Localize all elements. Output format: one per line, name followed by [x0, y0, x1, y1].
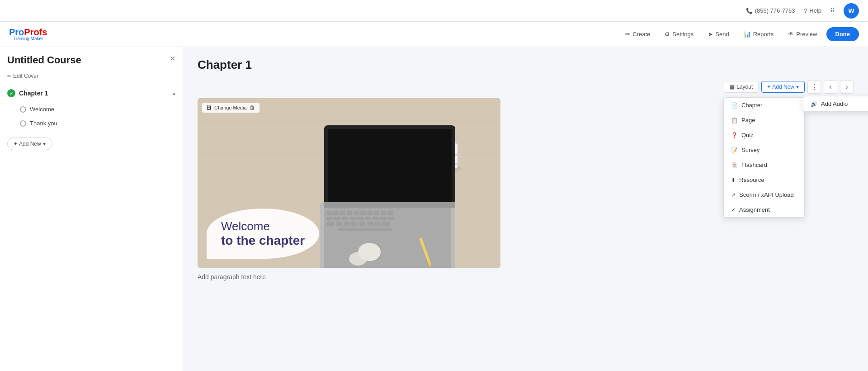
close-icon[interactable] [170, 54, 175, 63]
trash-icon[interactable] [250, 105, 255, 111]
svg-rect-29 [326, 222, 335, 226]
sidebar: Untitled Course Edit Cover Chapter 1 Wel… [0, 47, 183, 371]
grid-item[interactable] [830, 7, 835, 14]
send-icon [708, 31, 713, 38]
add-new-dropdown-wrapper: Add New Chapter Add Audio [761, 81, 805, 93]
done-button[interactable]: Done [826, 27, 859, 41]
preview-link[interactable]: Preview [783, 28, 822, 40]
dropdown-item-flashcard[interactable]: Flashcard [724, 157, 804, 172]
layout-icon [730, 84, 735, 90]
welcome-line1: Welcome [221, 219, 305, 233]
dropdown-item-scorm[interactable]: Scorm / xAPI Upload [724, 187, 804, 202]
chart-icon [744, 31, 751, 38]
chevron-up-icon[interactable] [173, 90, 175, 96]
change-media-button[interactable]: Change Media [202, 103, 259, 113]
logo[interactable]: ProProfs Training Maker [9, 28, 47, 41]
flashcard-dropdown-icon [731, 162, 738, 168]
svg-rect-15 [360, 211, 366, 215]
svg-rect-9 [324, 207, 451, 268]
svg-rect-32 [351, 222, 358, 226]
svg-rect-20 [326, 217, 333, 220]
svg-rect-19 [387, 211, 393, 215]
send-link[interactable]: Send [703, 28, 734, 40]
svg-rect-24 [357, 217, 363, 220]
dropdown-item-assignment[interactable]: Assignment [724, 202, 804, 217]
svg-rect-17 [374, 211, 379, 215]
welcome-line2: to the chapter [221, 233, 305, 248]
svg-rect-23 [349, 217, 356, 220]
settings-link[interactable]: Settings [659, 28, 699, 40]
scorm-dropdown-icon [731, 191, 736, 198]
edit-cover-icon [7, 73, 11, 79]
help-item[interactable]: Help [804, 7, 821, 14]
page-dropdown-icon [731, 117, 738, 124]
plus-icon [14, 141, 17, 147]
add-new-button[interactable]: Add New [761, 81, 805, 93]
settings-icon [665, 31, 670, 38]
phone-number: (855) 776-7763 [755, 7, 795, 14]
dropdown-item-survey[interactable]: Survey [724, 143, 804, 157]
content-area: Chapter 1 Layout Add New Chapter [183, 47, 868, 371]
svg-rect-22 [342, 217, 348, 220]
svg-rect-14 [354, 211, 359, 215]
svg-rect-21 [334, 217, 340, 220]
svg-rect-13 [347, 211, 352, 215]
svg-rect-10 [326, 211, 332, 215]
svg-rect-18 [381, 211, 386, 215]
prev-button[interactable] [824, 80, 837, 94]
pencil-icon [625, 31, 630, 38]
svg-rect-37 [338, 228, 392, 231]
content-toolbar: Layout Add New Chapter [198, 80, 854, 94]
dropdown-item-chapter[interactable]: Chapter Add Audio [724, 98, 804, 113]
logo-sub: Training Maker [9, 37, 47, 41]
svg-rect-25 [365, 217, 371, 220]
edit-cover-link[interactable]: Edit Cover [0, 70, 183, 85]
logo-profs: Profs [24, 27, 47, 37]
chapter-check-icon [7, 89, 15, 97]
prev-icon [829, 83, 831, 91]
reports-link[interactable]: Reports [738, 28, 779, 40]
next-button[interactable] [840, 80, 854, 94]
phone-item[interactable]: (855) 776-7763 [746, 7, 795, 14]
svg-rect-34 [367, 222, 373, 226]
dropdown-item-quiz[interactable]: Quiz [724, 128, 804, 143]
dropdown-item-page[interactable]: Page [724, 113, 804, 128]
list-item[interactable]: Thank you [0, 116, 183, 130]
radio-welcome [20, 106, 26, 113]
svg-rect-35 [374, 222, 381, 226]
svg-rect-26 [373, 217, 379, 220]
survey-dropdown-icon [731, 147, 738, 153]
more-options-button[interactable] [807, 80, 821, 94]
page-welcome-label: Welcome [30, 106, 54, 113]
chapter-heading: Chapter 1 [198, 58, 854, 72]
add-new-plus-icon [767, 84, 770, 90]
svg-rect-27 [380, 217, 387, 220]
sidebar-add-new-button[interactable]: Add New [7, 138, 52, 150]
layout-button[interactable]: Layout [724, 81, 759, 93]
submenu-item-add-audio[interactable]: Add Audio [803, 96, 868, 111]
chapter-label: Chapter 1 [19, 90, 48, 97]
svg-rect-31 [344, 222, 350, 226]
question-icon [804, 7, 807, 14]
quiz-dropdown-icon [731, 132, 738, 138]
avatar[interactable]: W [844, 3, 859, 19]
svg-rect-30 [336, 222, 342, 226]
next-icon [845, 83, 848, 91]
svg-rect-12 [340, 211, 345, 215]
svg-rect-11 [333, 211, 339, 215]
image-icon [207, 105, 212, 110]
list-item[interactable]: Welcome [0, 102, 183, 116]
svg-rect-16 [367, 211, 373, 215]
assignment-dropdown-icon [731, 206, 736, 213]
dropdown-item-resource[interactable]: Resource [724, 172, 804, 187]
add-new-chevron-icon [796, 84, 799, 90]
create-link[interactable]: Create [620, 28, 656, 40]
chapter-dropdown-icon [731, 102, 738, 109]
radio-thankyou [20, 120, 26, 127]
resource-dropdown-icon [731, 176, 736, 183]
grid-icon [830, 7, 835, 14]
chevron-down-icon [43, 141, 46, 147]
chapter-item[interactable]: Chapter 1 [0, 85, 183, 102]
svg-rect-36 [382, 222, 390, 226]
add-new-dropdown-menu: Chapter Add Audio Page [723, 97, 805, 218]
